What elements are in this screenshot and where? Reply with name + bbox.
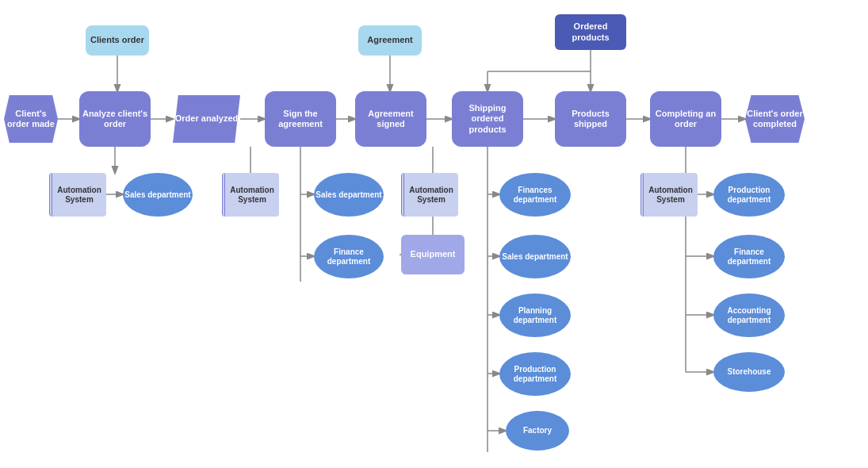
shipping-shape: Shipping ordered products: [452, 91, 523, 147]
equipment-shape: Equipment: [401, 235, 465, 274]
diagram: Client's order made Analyze client's ord…: [0, 0, 868, 468]
start-shape: Client's order made: [4, 95, 58, 143]
automation-system-4: Automation System: [640, 173, 698, 217]
automation-system-2: Automation System: [222, 173, 279, 217]
clients-order-banner: Clients order: [86, 25, 149, 56]
order-analyzed-shape: Order analyzed: [173, 95, 240, 143]
sales-dept-3: Sales department: [499, 235, 571, 278]
sales-dept-1: Sales department: [123, 173, 193, 217]
analyze-order-shape: Analyze client's order: [79, 91, 151, 147]
production-dept-2: Production department: [713, 173, 785, 217]
agreement-banner: Agreement: [358, 25, 422, 56]
storehouse-shape: Storehouse: [713, 352, 785, 392]
products-shipped-shape: Products shipped: [555, 91, 626, 147]
accounting-dept: Accounting department: [713, 293, 785, 337]
ordered-products-banner: Ordered products: [555, 14, 626, 50]
finance-dept-1: Finance department: [314, 235, 384, 278]
automation-system-1: Automation System: [49, 173, 106, 217]
finances-dept: Finances department: [499, 173, 571, 217]
sign-agreement-shape: Sign the agreement: [265, 91, 336, 147]
planning-dept: Planning department: [499, 293, 571, 337]
automation-system-3: Automation System: [401, 173, 458, 217]
factory-shape: Factory: [506, 411, 569, 451]
connector-lines: [0, 0, 868, 468]
agreement-signed-shape: Agreement signed: [355, 91, 426, 147]
sales-dept-2: Sales department: [314, 173, 384, 217]
production-dept-1: Production department: [499, 352, 571, 396]
end-shape: Client's order completed: [745, 95, 805, 143]
completing-order-shape: Completing an order: [650, 91, 721, 147]
finance-dept-2: Finance department: [713, 235, 785, 278]
